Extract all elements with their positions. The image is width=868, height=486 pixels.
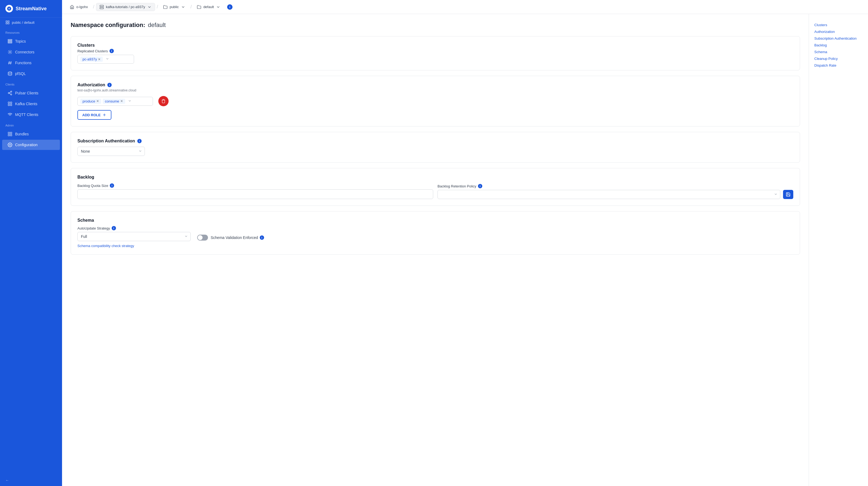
authorization-permissions-input[interactable]: produce ✕ consume ✕ <box>78 97 153 106</box>
app-name: StreamNative <box>16 6 46 11</box>
replicated-clusters-info-icon[interactable]: i <box>110 49 114 53</box>
backlog-quota-info-icon[interactable]: i <box>110 183 114 188</box>
schema-section: Schema AutoUpdate Strategy i Full None B… <box>71 211 800 254</box>
svg-rect-1 <box>8 21 9 22</box>
right-nav-item-authorization[interactable]: Authorization <box>814 28 863 35</box>
permission-produce-label: produce <box>83 99 95 103</box>
svg-rect-17 <box>10 132 12 133</box>
svg-rect-6 <box>8 42 12 43</box>
topnav-topic-label: default <box>204 5 214 9</box>
backlog-quota-input[interactable] <box>78 189 433 199</box>
backlog-retention-dropdown[interactable]: producer_request_hold producer_exception… <box>437 190 780 199</box>
cluster-tag: pc-a937y ✕ <box>81 57 103 62</box>
topnav-org[interactable]: o-lgohx <box>66 3 91 11</box>
right-nav-item-backlog[interactable]: Backlog <box>814 42 863 49</box>
svg-point-10 <box>8 92 9 94</box>
backlog-retention-info-icon[interactable]: i <box>478 184 482 188</box>
app-logo: StreamNative <box>0 0 62 18</box>
svg-rect-4 <box>8 39 12 40</box>
right-nav: Clusters Authorization Subscription Auth… <box>809 14 868 486</box>
right-nav-item-cleanup-policy[interactable]: Cleanup Policy <box>814 55 863 62</box>
schema-strategy-dropdown-wrap: Full None Backward Forward <box>78 232 191 241</box>
delete-role-button[interactable] <box>158 96 168 106</box>
sidebar-item-kafka-clients-label: Kafka Clients <box>15 102 37 106</box>
schema-strategy-label: AutoUpdate Strategy i <box>78 226 793 230</box>
sidebar-item-bundles[interactable]: Bundles <box>2 129 60 139</box>
backlog-retention-dropdown-wrap: producer_request_hold producer_exception… <box>437 190 780 199</box>
svg-rect-15 <box>10 104 12 106</box>
backlog-section: Backlog Backlog Quota Size i Backlog R <box>71 168 800 206</box>
sidebar-item-topics-label: Topics <box>15 39 26 43</box>
svg-rect-0 <box>6 21 7 22</box>
main-content: Namespace configuration: default Cluster… <box>62 14 809 486</box>
svg-point-20 <box>9 144 11 146</box>
authorization-section: Authorization i test-sa@o-lgohx.auth.str… <box>71 76 800 126</box>
sidebar-item-topics[interactable]: Topics <box>2 36 60 47</box>
schema-validation-toggle-wrap: Schema Validation Enforced i <box>197 235 264 241</box>
subscription-auth-title: Subscription Authentication i <box>78 139 793 144</box>
add-role-label: ADD ROLE <box>82 113 101 117</box>
main-area: o-lgohx / kafka-tutorials / pc-a937y / p… <box>62 0 868 486</box>
topnav-namespace[interactable]: public <box>160 3 189 11</box>
subscription-auth-info-icon[interactable]: i <box>137 139 142 143</box>
backlog-retention-wrap: Backlog Retention Policy i producer_requ… <box>437 184 780 199</box>
sidebar-item-functions[interactable]: Functions <box>2 58 60 68</box>
svg-rect-18 <box>8 134 9 136</box>
permissions-dropdown-arrow[interactable] <box>128 99 132 103</box>
sidebar-bottom: ← <box>0 475 62 486</box>
svg-rect-5 <box>8 41 12 42</box>
authorization-title-text: Authorization <box>78 83 105 87</box>
backlog-save-button[interactable] <box>783 190 793 199</box>
topnav-info-button[interactable]: i <box>227 4 232 10</box>
sidebar-item-pulsar-clients-label: Pulsar Clients <box>15 91 38 95</box>
backlog-title-text: Backlog <box>78 175 94 180</box>
clusters-dropdown-arrow[interactable] <box>105 57 109 61</box>
right-nav-item-subscription-auth[interactable]: Subscription Authentication <box>814 35 863 42</box>
logo-icon <box>5 5 13 12</box>
sidebar-item-kafka-clients[interactable]: Kafka Clients <box>2 99 60 109</box>
clusters-dropdown[interactable]: pc-a937y ✕ <box>78 55 134 64</box>
schema-validation-toggle[interactable] <box>197 235 208 241</box>
schema-validation-info-icon[interactable]: i <box>260 236 264 240</box>
topnav-cluster[interactable]: kafka-tutorials / pc-a937y <box>96 3 155 11</box>
backlog-retention-label: Backlog Retention Policy i <box>437 184 780 188</box>
svg-rect-12 <box>8 102 9 103</box>
cluster-tag-remove[interactable]: ✕ <box>98 58 101 61</box>
schema-section-title: Schema <box>78 218 793 223</box>
sidebar-item-configuration-label: Configuration <box>15 143 37 147</box>
subscription-auth-dropdown[interactable]: None JWT <box>78 147 145 156</box>
right-nav-item-clusters[interactable]: Clusters <box>814 22 863 28</box>
svg-point-9 <box>10 91 12 92</box>
right-nav-item-dispatch-rate[interactable]: Dispatch Rate <box>814 62 863 69</box>
permission-consume-remove[interactable]: ✕ <box>120 99 123 103</box>
sidebar-item-pulsar-clients[interactable]: Pulsar Clients <box>2 88 60 98</box>
schema-title-text: Schema <box>78 218 94 223</box>
page-title-prefix: Namespace configuration: <box>71 22 145 29</box>
backlog-retention-label-text: Backlog Retention Policy <box>437 184 476 188</box>
svg-rect-2 <box>8 23 9 24</box>
authorization-info-icon[interactable]: i <box>107 83 112 87</box>
right-nav-item-schema[interactable]: Schema <box>814 49 863 55</box>
backlog-quota-label: Backlog Quota Size i <box>78 183 433 188</box>
svg-point-7 <box>9 52 11 53</box>
sidebar-item-mqtt-clients[interactable]: MQTT Clients <box>2 110 60 120</box>
sidebar-item-pfsql[interactable]: pfSQL <box>2 68 60 79</box>
page-title-name: default <box>148 22 166 29</box>
replicated-clusters-label: Replicated Clusters i <box>78 49 793 53</box>
sidebar-collapse-button[interactable]: ← <box>5 478 57 482</box>
sidebar-breadcrumb-text: public / default <box>12 21 34 25</box>
sidebar-item-connectors[interactable]: Connectors <box>2 47 60 57</box>
backlog-quota-label-text: Backlog Quota Size <box>78 184 108 188</box>
add-role-button[interactable]: ADD ROLE <box>78 110 112 120</box>
subscription-auth-dropdown-wrap: None JWT <box>78 147 793 156</box>
schema-compatibility-link[interactable]: Schema compatibility check strategy <box>78 244 134 248</box>
schema-strategy-dropdown[interactable]: Full None Backward Forward <box>78 232 191 241</box>
permission-produce-remove[interactable]: ✕ <box>96 99 99 103</box>
svg-rect-16 <box>8 132 9 133</box>
subscription-auth-section: Subscription Authentication i None JWT <box>71 132 800 163</box>
page-title-area: Namespace configuration: default <box>71 22 800 29</box>
sidebar-item-configuration[interactable]: Configuration <box>2 140 60 150</box>
sidebar-item-pfsql-label: pfSQL <box>15 71 26 76</box>
schema-strategy-info-icon[interactable]: i <box>112 226 116 230</box>
topnav-topic[interactable]: default <box>193 3 224 11</box>
